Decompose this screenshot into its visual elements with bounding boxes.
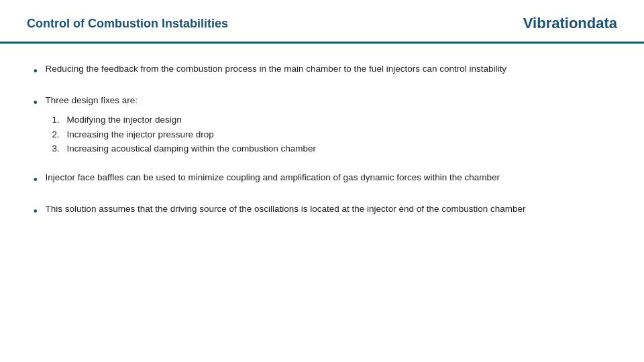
slide-title: Control of Combustion Instabilities: [27, 17, 228, 31]
bullet-item-3: • Injector face baffles can be used to m…: [34, 171, 610, 188]
bullet-item-1: • Reducing the feedback from the combust…: [34, 62, 610, 79]
sub-list-num-1: 1.: [52, 113, 67, 127]
content-area: • Reducing the feedback from the combust…: [0, 44, 644, 247]
brand-name: Vibrationdata: [523, 15, 617, 32]
bullet-dot-2: •: [34, 95, 38, 111]
bullet-item-2: • Three design fixes are: 1. Modifying t…: [34, 94, 610, 156]
header: Control of Combustion Instabilities Vibr…: [0, 0, 644, 42]
sub-list-label-2: Increasing the injector pressure drop: [67, 127, 214, 142]
sub-list-item-3: 3. Increasing acoustical damping within …: [52, 141, 610, 156]
bullet-text-2: Three design fixes are: 1. Modifying the…: [46, 94, 610, 156]
bullet-text-3: Injector face baffles can be used to min…: [46, 171, 610, 184]
bullet-item-4: • This solution assumes that the driving…: [34, 202, 610, 219]
bullet-dot-1: •: [34, 63, 38, 79]
sub-list-label-1: Modifying the injector design: [67, 113, 182, 127]
bullet-dot-4: •: [34, 203, 38, 219]
sub-list-num-3: 3.: [52, 141, 67, 156]
slide: Control of Combustion Instabilities Vibr…: [0, 0, 644, 362]
sub-list-item-2: 2. Increasing the injector pressure drop: [52, 127, 610, 142]
bullet-dot-3: •: [34, 172, 38, 188]
sub-list-item-1: 1. Modifying the injector design: [52, 113, 610, 127]
bullet-text-4: This solution assumes that the driving s…: [46, 202, 610, 216]
sub-list-label-3: Increasing acoustical damping within the…: [67, 141, 316, 156]
sub-list: 1. Modifying the injector design 2. Incr…: [52, 113, 610, 156]
bullet-text-1: Reducing the feedback from the combustio…: [46, 62, 610, 76]
sub-list-num-2: 2.: [52, 127, 67, 142]
